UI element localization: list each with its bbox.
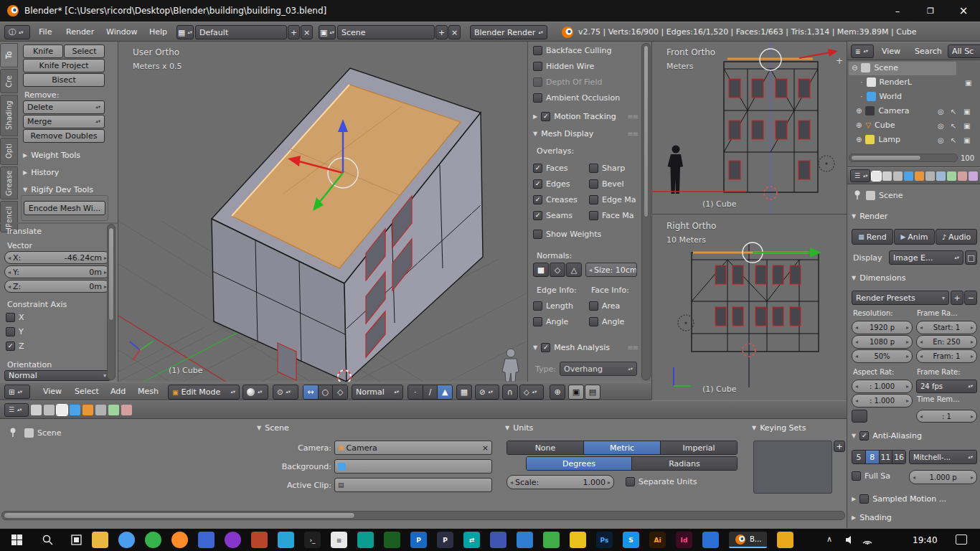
sampled-motion-panel-header[interactable]: ▶Sampled Motion ...	[852, 494, 976, 504]
outliner-filter-dropdown[interactable]: All Sc	[948, 44, 980, 58]
depth-of-field-checkbox[interactable]	[533, 77, 542, 87]
expand-icon[interactable]: ⊕	[856, 136, 862, 143]
full-sample-checkbox[interactable]	[852, 471, 861, 481]
properties-editor-type-icon[interactable]: ☰▴▾	[850, 169, 870, 182]
notification-center-icon[interactable]	[956, 534, 967, 545]
translate-x-field[interactable]: ◂X:-46.24cm▸	[4, 251, 110, 264]
maximize-button[interactable]: ❐	[914, 0, 947, 22]
edges-checkbox[interactable]	[533, 179, 542, 189]
close-button[interactable]: ×	[947, 0, 980, 22]
renderlayer-camera-toggle-icon[interactable]: ▣	[965, 79, 971, 87]
taskbar-app-yellow[interactable]	[777, 532, 793, 548]
seams-checkbox[interactable]	[533, 211, 542, 220]
outliner-row-camera[interactable]: ⊕ Camera	[856, 106, 910, 116]
lamp-select-toggle-icon[interactable]: ↖	[951, 136, 956, 144]
taskbar-app-darkgreen[interactable]	[384, 532, 400, 548]
mode-dropdown[interactable]: ▣Edit Mode▴▾	[168, 385, 240, 400]
start-button[interactable]	[0, 529, 33, 551]
global-view-icon[interactable]: ⊕	[550, 385, 565, 400]
taskbar-app-green[interactable]	[145, 532, 161, 548]
bottom-tab-object-icon[interactable]	[83, 405, 93, 415]
tab-material-icon[interactable]	[958, 171, 967, 181]
ambient-occlusion-checkbox[interactable]	[533, 93, 542, 103]
add-menu[interactable]: Add	[110, 387, 126, 396]
bottom-tab-data-icon[interactable]	[108, 405, 119, 415]
search-icon[interactable]	[33, 529, 62, 551]
main-viewport[interactable]: User Ortho Meters x 0.5 (1) Cube	[118, 42, 527, 382]
tab-tools[interactable]: To	[0, 43, 18, 67]
knife-button[interactable]: Knife	[23, 44, 63, 58]
bevel-checkbox[interactable]	[589, 179, 598, 189]
creases-checkbox[interactable]	[533, 195, 542, 204]
face-normals-icon[interactable]: △	[566, 263, 582, 277]
tab-grease[interactable]: Grease	[0, 166, 18, 199]
rigify-panel-header[interactable]: ▼Rigify Dev Tools	[23, 185, 108, 194]
face-marks-checkbox[interactable]	[589, 211, 598, 220]
border-toggle[interactable]	[852, 410, 867, 423]
taskbar-app-chrome[interactable]	[118, 532, 135, 548]
units-radians-button[interactable]: Radians	[632, 457, 737, 470]
faces-checkbox[interactable]	[533, 164, 542, 173]
scene-browse-icon[interactable]: ▣▴▾	[319, 25, 336, 39]
unit-scale-field[interactable]: ◂Scale:1.000▸	[507, 475, 614, 489]
units-metric-button[interactable]: Metric	[584, 441, 661, 454]
taskbar-app-purple[interactable]	[225, 532, 241, 548]
right-viewport[interactable]: Right Ortho 10 Meters (1) Cube	[651, 215, 847, 400]
backface-culling-checkbox[interactable]	[533, 46, 542, 55]
bottom-tab-physics-icon[interactable]	[95, 405, 106, 415]
render-panel-header[interactable]: ▼Render	[852, 212, 887, 221]
mesh-display-panel-header[interactable]: ▼Mesh Display≡≡	[533, 129, 638, 138]
tab-create[interactable]: Cre	[0, 69, 18, 93]
lamp-render-toggle-icon[interactable]: ▣	[963, 136, 970, 144]
preset-add-button[interactable]: +	[951, 291, 963, 305]
tab-scene-icon[interactable]	[893, 171, 903, 181]
tab-constraints-icon[interactable]	[925, 171, 935, 181]
outliner-row-lamp[interactable]: ⊕ Lamp	[856, 135, 900, 144]
aa-16-button[interactable]: 16	[892, 451, 905, 463]
taskbar-app-firefox[interactable]	[171, 532, 188, 548]
mesh-analysis-checkbox[interactable]	[541, 343, 550, 352]
taskbar-app-folder[interactable]	[92, 532, 108, 548]
bottom-tab-render-layers-icon[interactable]	[44, 405, 55, 415]
screen-layout-field[interactable]: Default	[195, 25, 287, 39]
encode-mesh-button[interactable]: Encode Mesh Wi...	[24, 201, 105, 215]
delete-button[interactable]: Delete▴▾	[23, 100, 105, 114]
bisect-button[interactable]: Bisect	[23, 73, 105, 87]
mesh-menu[interactable]: Mesh	[138, 387, 159, 396]
keying-set-add-button[interactable]: +	[834, 441, 845, 452]
menu-render[interactable]: Render	[66, 27, 94, 37]
camera-eye-toggle-icon[interactable]: ◎	[938, 108, 944, 116]
translate-manipulator-icon[interactable]: ↔	[303, 385, 319, 399]
screen-browse-icon[interactable]: ▦▴▾	[176, 25, 194, 39]
taskbar-app-blue2[interactable]	[702, 532, 719, 548]
face-area-checkbox[interactable]	[589, 301, 598, 311]
tab-world-icon[interactable]	[904, 171, 913, 181]
outliner-row-cube[interactable]: ⊕ ▽ Cube	[856, 121, 895, 130]
translate-z-field[interactable]: ◂Z:0m▸	[4, 280, 110, 293]
hidden-wire-checkbox[interactable]	[533, 62, 542, 71]
filter-size-field[interactable]: ◂1.000 p▸	[909, 470, 977, 484]
outliner-row-scene[interactable]: ⊖ Scene	[852, 63, 898, 72]
info-editor-type-icon[interactable]: ⓘ▴▾	[4, 25, 30, 39]
keying-sets-list[interactable]	[753, 441, 832, 494]
render-button[interactable]: ▦Rend	[852, 229, 893, 245]
scale-manipulator-icon[interactable]: ◇	[333, 385, 347, 399]
pivot-dropdown[interactable]: ⊙▴▾	[273, 385, 298, 400]
units-panel-header[interactable]: ▼Units	[505, 423, 533, 433]
bottom-tab-world-icon[interactable]	[70, 405, 80, 415]
aa-filter-dropdown[interactable]: Mitchell-...▴▾	[909, 450, 977, 464]
shading-panel-header[interactable]: ▶Shading	[852, 513, 892, 522]
tab-object-icon[interactable]	[915, 171, 924, 181]
tray-chevron-icon[interactable]: ∧	[826, 534, 832, 544]
bottom-pin-icon[interactable]	[9, 428, 17, 438]
merge-button[interactable]: Merge▴▾	[23, 115, 105, 128]
minimize-button[interactable]: –	[881, 0, 914, 22]
viewport-editor-type-icon[interactable]: ⊞▴▾	[4, 385, 30, 399]
proportional-edit-dropdown[interactable]: ⊘▴▾	[475, 385, 499, 400]
resolution-x-field[interactable]: ◂1920 p▸	[852, 321, 913, 334]
analysis-type-dropdown[interactable]: Overhang▴▾	[560, 362, 637, 376]
bottom-tab-render-icon[interactable]	[31, 405, 42, 415]
constraint-x-checkbox[interactable]	[6, 313, 15, 322]
vertex-select-icon[interactable]: ·	[408, 385, 423, 399]
screen-add-button[interactable]: +	[288, 25, 300, 39]
